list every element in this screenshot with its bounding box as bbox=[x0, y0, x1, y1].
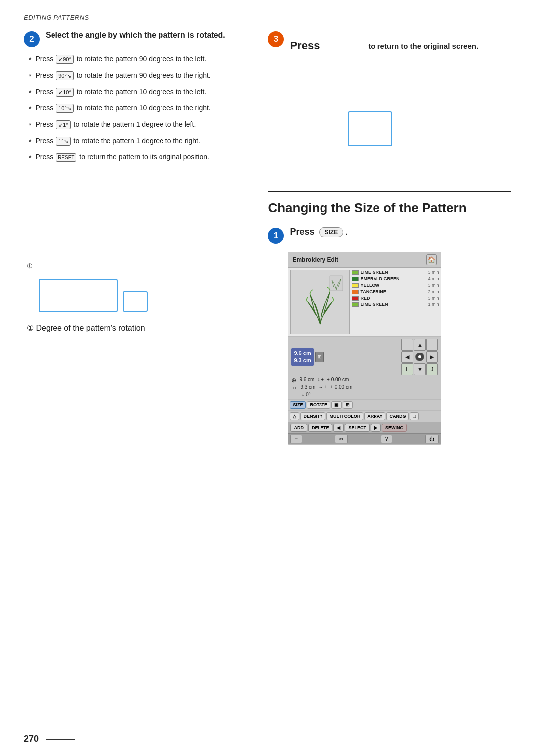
function-buttons-row1: SIZE ROTATE ▣ ⊞ bbox=[288, 399, 441, 410]
page-header: EDITING PATTERNS bbox=[24, 14, 511, 21]
nav-corner-bl[interactable]: L bbox=[401, 363, 413, 375]
bullet-star: * bbox=[29, 120, 31, 131]
bullet-star: * bbox=[29, 55, 31, 65]
nav-corner-tl[interactable] bbox=[401, 339, 413, 351]
emb-preview-svg bbox=[295, 275, 345, 329]
height-offset-value: + 0.00 cm bbox=[330, 384, 352, 391]
step3-description: to return to the original screen. bbox=[368, 42, 478, 50]
degree-row: ○ 0° bbox=[301, 392, 438, 397]
bullet-text: Press ↙10° to rotate the pattern 10 degr… bbox=[35, 87, 243, 97]
left-bottom-area: ① ① Degree of the pattern's rotation bbox=[24, 262, 243, 333]
list-item: * Press ↙90° to rotate the pattern 90 de… bbox=[29, 54, 243, 65]
list-item: * Press 90°↘ to rotate the pattern 90 de… bbox=[29, 70, 243, 82]
nav-right-button[interactable]: ▶ bbox=[426, 351, 438, 363]
measurement-row-1: ⊕ 9.6 cm ↕ + + 0.00 cm bbox=[291, 377, 438, 384]
add-button[interactable]: ADD bbox=[290, 424, 307, 432]
multi-color-button[interactable]: MULTI COLOR bbox=[326, 412, 363, 420]
next-button[interactable]: ▶ bbox=[371, 424, 381, 432]
density-button[interactable]: DENSITY bbox=[300, 412, 325, 420]
size-step1-header: 1 Press SIZE . bbox=[268, 227, 511, 245]
rotate-1-left-button[interactable]: ↙1° bbox=[56, 120, 71, 129]
page-number-area: 270 bbox=[24, 734, 75, 744]
color-swatch bbox=[352, 302, 359, 307]
bullet-text: Press 1°↘ to rotate the pattern 1 degree… bbox=[35, 136, 243, 146]
degree-value: 0° bbox=[306, 392, 311, 397]
bullet-text: Press ↙90° to rotate the pattern 90 degr… bbox=[35, 54, 243, 64]
rotate-90-left-button[interactable]: ↙90° bbox=[56, 55, 74, 64]
help-button[interactable]: ? bbox=[381, 435, 393, 443]
section-title: Changing the Size of the Pattern bbox=[268, 201, 511, 216]
layout-button[interactable]: ▣ bbox=[331, 401, 342, 409]
bullet-text: Press 10°↘ to rotate the pattern 10 degr… bbox=[35, 103, 243, 113]
height-icon: ↔ bbox=[291, 384, 297, 391]
bullet-text: Press ↙1° to rotate the pattern 1 degree… bbox=[35, 119, 243, 130]
emb-color-list: LIME GREEN 3 min EMERALD GREEN 4 min YEL… bbox=[352, 270, 439, 334]
nav-center-dot[interactable] bbox=[415, 353, 424, 361]
color-row: LIME GREEN 3 min bbox=[352, 270, 439, 275]
sewing-button[interactable]: SEWING bbox=[382, 424, 407, 432]
page-number: 270 bbox=[24, 734, 39, 744]
step3-line: Press to return to the original screen. bbox=[290, 39, 478, 52]
nav-left-button[interactable]: ◀ bbox=[401, 351, 413, 363]
height-offset-label: ↔ + bbox=[318, 384, 327, 391]
rotate-10-right-button[interactable]: 10°↘ bbox=[56, 104, 74, 113]
color-time: 1 min bbox=[428, 302, 439, 307]
candg-button[interactable]: CANDG bbox=[386, 412, 409, 420]
color-swatch bbox=[352, 270, 359, 275]
color-name: YELLOW bbox=[360, 283, 427, 288]
bullet-text: Press RESET to return the pattern to its… bbox=[35, 152, 243, 162]
right-column: 3 Press to return to the original screen… bbox=[258, 30, 511, 445]
crop-button[interactable]: □ bbox=[410, 412, 418, 420]
step2-title: Select the angle by which the pattern is… bbox=[46, 30, 225, 41]
grid-button[interactable]: ⊞ bbox=[343, 401, 353, 409]
size-period: . bbox=[345, 228, 347, 236]
rotate-func-button[interactable]: ROTATE bbox=[307, 401, 330, 409]
shape-button[interactable]: △ bbox=[290, 412, 299, 420]
nav-up-button[interactable]: ▲ bbox=[414, 339, 426, 351]
power-button[interactable]: ⏻ bbox=[425, 435, 439, 443]
stitch-count-icon: ⊞ bbox=[315, 352, 324, 362]
size-func-button[interactable]: SIZE bbox=[290, 401, 306, 409]
width-value: 9.6 cm bbox=[299, 377, 314, 384]
color-name: LIME GREEN bbox=[360, 270, 427, 275]
rotate-1-right-button[interactable]: 1°↘ bbox=[56, 137, 71, 146]
scissors-button[interactable]: ✂ bbox=[335, 435, 348, 443]
color-name: RED bbox=[360, 296, 427, 301]
function-buttons-row2: △ DENSITY MULTI COLOR ARRAY CANDG □ bbox=[288, 410, 441, 422]
list-item: * Press 1°↘ to rotate the pattern 1 degr… bbox=[29, 136, 243, 147]
nav-corner-br[interactable]: J bbox=[426, 363, 438, 375]
nav-grid: ▲ ◀ ▶ L ▼ J bbox=[401, 339, 438, 375]
menu-button[interactable]: ≡ bbox=[290, 435, 302, 443]
size-step1-line: Press SIZE . bbox=[290, 227, 347, 237]
step3-press-label: Press bbox=[290, 39, 320, 52]
home-icon-button[interactable]: 🏠 bbox=[426, 254, 437, 265]
color-swatch bbox=[352, 290, 359, 294]
left-column: 2 Select the angle by which the pattern … bbox=[24, 30, 258, 445]
nav-down-button[interactable]: ▼ bbox=[414, 363, 426, 375]
delete-button[interactable]: DELETE bbox=[308, 424, 333, 432]
color-swatch bbox=[352, 296, 359, 301]
color-name: EMERALD GREEN bbox=[360, 276, 427, 281]
list-item: * Press ↙10° to rotate the pattern 10 de… bbox=[29, 87, 243, 98]
rotate-90-right-button[interactable]: 90°↘ bbox=[56, 71, 74, 80]
color-swatch bbox=[352, 277, 359, 281]
array-button[interactable]: ARRAY bbox=[364, 412, 385, 420]
annotation-line: ① bbox=[27, 262, 243, 270]
size-button[interactable]: SIZE bbox=[319, 227, 343, 237]
select-button[interactable]: SELECT bbox=[345, 424, 370, 432]
svg-rect-0 bbox=[330, 276, 343, 291]
rotate-10-left-button[interactable]: ↙10° bbox=[56, 88, 74, 97]
list-item: * Press ↙1° to rotate the pattern 1 degr… bbox=[29, 119, 243, 131]
dimension-height: 9.3 cm bbox=[294, 357, 311, 364]
color-row: EMERALD GREEN 4 min bbox=[352, 276, 439, 281]
color-time: 4 min bbox=[428, 276, 439, 281]
nav-corner-tr[interactable] bbox=[426, 339, 438, 351]
nav-dot bbox=[418, 355, 421, 358]
bullet-star: * bbox=[29, 137, 31, 147]
rotation-circle: ○ bbox=[301, 392, 304, 397]
reset-button[interactable]: RESET bbox=[56, 153, 76, 162]
step3-header: 3 Press to return to the original screen… bbox=[268, 30, 511, 52]
emb-stats-block: 9.6 cm 9.3 cm ⊞ ▲ ◀ bbox=[288, 336, 441, 399]
size-press-label: Press bbox=[290, 227, 314, 237]
prev-button[interactable]: ◀ bbox=[333, 424, 344, 432]
